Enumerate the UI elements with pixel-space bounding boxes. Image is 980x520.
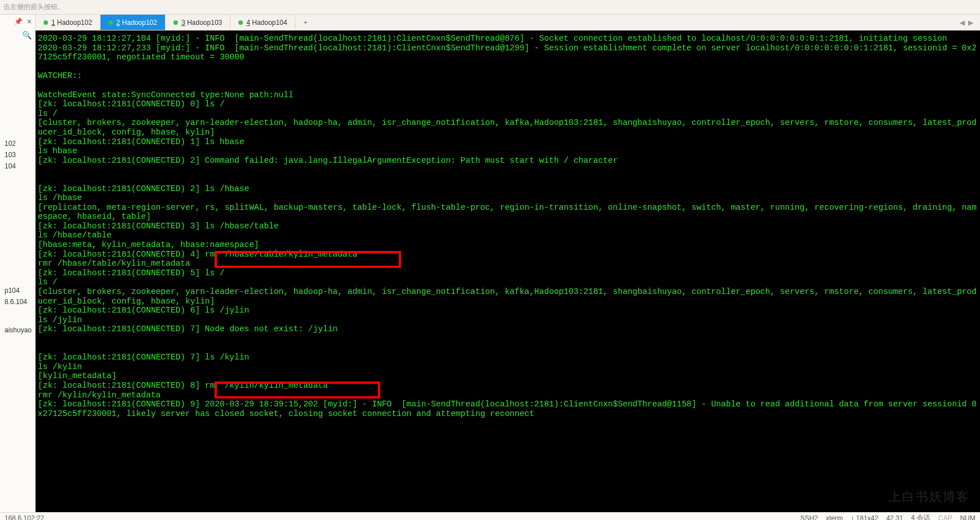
status-dot-icon	[108, 20, 113, 25]
tabbar: 1 Hadoop102 2 Hadoop102 3 Hadoop103 4 Ha…	[36, 15, 980, 31]
sidebar-search-row: 🔍	[0, 28, 35, 42]
tab-hadoop102-2[interactable]: 2 Hadoop102	[101, 15, 165, 30]
status-size: ↕ 181x42	[851, 514, 878, 521]
highlight-box	[215, 382, 380, 398]
pin-icon[interactable]: 📌	[14, 18, 23, 25]
tab-label: 2 Hadoop102	[116, 19, 157, 27]
status-cap: CAP	[938, 514, 952, 521]
tab-nav: ◀ ▶	[960, 19, 980, 27]
tab-hadoop104[interactable]: 4 Hadoop104	[230, 15, 295, 30]
status-sessions: 4 会话	[911, 513, 930, 520]
terminal-output[interactable]: 2020-03-29 18:12:27,104 [myid:] - INFO […	[36, 31, 980, 512]
sidebar-item[interactable]: p104	[0, 285, 35, 296]
status-ssh: SSH2	[800, 514, 818, 521]
tab-next-icon[interactable]: ▶	[968, 19, 973, 27]
tab-add-button[interactable]: +	[295, 15, 311, 30]
tab-hadoop103[interactable]: 3 Hadoop103	[165, 15, 230, 30]
highlight-box	[215, 251, 401, 268]
watermark: 上白书妖博客	[888, 492, 970, 502]
status-right: SSH2 xterm ↕ 181x42 42,31 4 会话 CAP NUM	[800, 513, 975, 520]
status-dot-icon	[173, 20, 178, 25]
sidebar-item[interactable]: 103	[0, 149, 35, 161]
status-dot-icon	[43, 20, 48, 25]
sidebar-toolbar: 📌 ×	[0, 15, 35, 28]
status-term: xterm	[826, 514, 843, 521]
top-hint: 击左侧的箭头按钮。	[0, 0, 980, 15]
tab-prev-icon[interactable]: ◀	[960, 19, 965, 27]
statusbar: 168.6.102:22 SSH2 xterm ↕ 181x42 42,31 4…	[0, 512, 980, 520]
sidebar: 📌 × 🔍 102 103 104 p104 8.6.104 aishuyao	[0, 15, 36, 512]
tab-label: 3 Hadoop103	[181, 19, 222, 27]
status-dot-icon	[238, 20, 243, 25]
sidebar-item[interactable]: 8.6.104	[0, 296, 35, 307]
main-panel: 1 Hadoop102 2 Hadoop102 3 Hadoop103 4 Ha…	[36, 15, 980, 512]
sidebar-item[interactable]: 102	[0, 138, 35, 149]
sidebar-list: 102 103 104 p104 8.6.104 aishuyao	[0, 42, 35, 512]
status-cursor: 42,31	[886, 514, 903, 521]
tab-label: 4 Hadoop104	[246, 19, 287, 27]
status-num: NUM	[960, 514, 975, 521]
close-icon[interactable]: ×	[27, 17, 32, 26]
sidebar-item[interactable]: aishuyao	[0, 324, 35, 336]
search-icon[interactable]: 🔍	[22, 31, 32, 40]
sidebar-item[interactable]: 104	[0, 161, 35, 172]
tab-hadoop102-1[interactable]: 1 Hadoop102	[36, 15, 101, 30]
status-connection: 168.6.102:22	[5, 514, 800, 521]
tab-label: 1 Hadoop102	[51, 19, 92, 27]
workspace: 📌 × 🔍 102 103 104 p104 8.6.104 aishuyao …	[0, 15, 980, 512]
